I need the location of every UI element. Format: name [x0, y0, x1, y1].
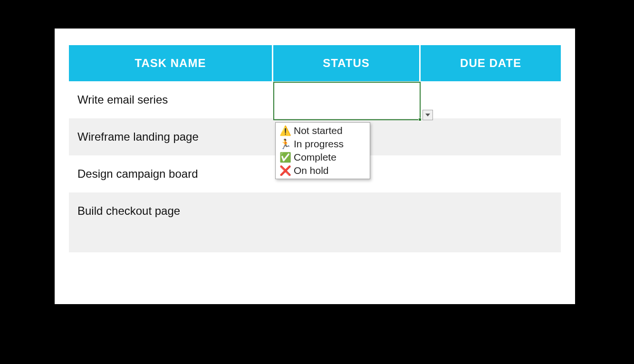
- chevron-down-icon: [425, 114, 430, 116]
- header-due-date: DUE DATE: [421, 45, 561, 81]
- dropdown-option-complete[interactable]: ✅ Complete: [277, 151, 369, 164]
- dropdown-option-label: On hold: [294, 165, 329, 176]
- dropdown-option-on-hold[interactable]: ❌ On hold: [277, 164, 369, 177]
- spreadsheet-card: TASK NAME STATUS DUE DATE Write email se…: [55, 29, 575, 304]
- check-icon: ✅: [279, 152, 291, 163]
- dropdown-option-not-started[interactable]: ⚠️ Not started: [277, 124, 369, 137]
- cell-status[interactable]: [273, 81, 421, 118]
- dropdown-option-label: Not started: [294, 125, 343, 136]
- warning-icon: ⚠️: [279, 125, 291, 136]
- table-row[interactable]: Write email series: [69, 81, 561, 118]
- dropdown-list-popup: ⚠️ Not started 🏃 In progress ✅ Complete …: [275, 122, 370, 179]
- spacer-cell: [69, 230, 561, 252]
- cell-task[interactable]: Design campaign board: [69, 155, 273, 192]
- running-icon: 🏃: [279, 138, 291, 150]
- table-row[interactable]: Build checkout page: [69, 192, 561, 230]
- cell-due[interactable]: [421, 118, 561, 155]
- cross-icon: ❌: [279, 165, 291, 176]
- cell-task[interactable]: Write email series: [69, 81, 273, 118]
- dropdown-validation-button[interactable]: [423, 110, 433, 120]
- table-spacer-row: [69, 230, 561, 252]
- cell-due[interactable]: [421, 81, 561, 118]
- dropdown-option-label: Complete: [294, 152, 336, 163]
- header-status: STATUS: [273, 45, 421, 81]
- dropdown-option-label: In progress: [294, 138, 344, 150]
- cell-task[interactable]: Wireframe landing page: [69, 118, 273, 155]
- table-header-row: TASK NAME STATUS DUE DATE: [69, 45, 561, 81]
- header-task-name: TASK NAME: [69, 45, 273, 81]
- dropdown-option-in-progress[interactable]: 🏃 In progress: [277, 137, 369, 151]
- cell-status[interactable]: [273, 192, 421, 230]
- cell-due[interactable]: [421, 192, 561, 230]
- cell-task[interactable]: Build checkout page: [69, 192, 273, 230]
- cell-due[interactable]: [421, 155, 561, 192]
